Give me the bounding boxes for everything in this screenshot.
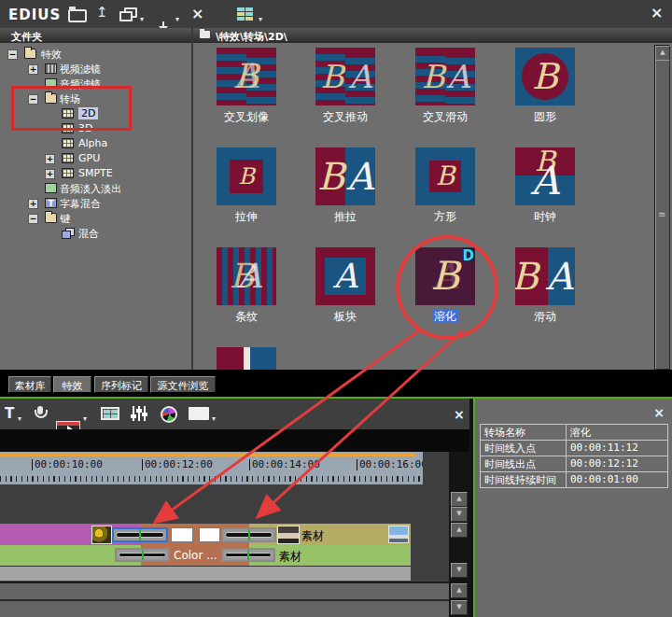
duplicate-icon[interactable] bbox=[119, 7, 136, 21]
expander-icon[interactable]: + bbox=[45, 154, 55, 164]
expander-icon[interactable]: − bbox=[28, 94, 38, 105]
transition-dissolve[interactable] bbox=[221, 527, 276, 542]
tree-label: 转场 bbox=[60, 92, 80, 106]
expander-icon[interactable]: + bbox=[28, 64, 38, 75]
transition-group-icon bbox=[62, 153, 74, 163]
effect-label: 拉伸 bbox=[235, 210, 258, 223]
tree-item-audio-filters[interactable]: 音频滤镜 bbox=[0, 77, 191, 91]
track-scroll-down[interactable]: ▼ bbox=[451, 507, 468, 522]
letter-a: A bbox=[349, 61, 372, 92]
tree-item-keyers[interactable]: − 键 bbox=[0, 211, 191, 225]
title-dropdown-caret[interactable]: ▾ bbox=[18, 415, 21, 423]
clip-thumbnail-city[interactable] bbox=[388, 526, 409, 543]
letter-b: B bbox=[320, 61, 343, 92]
transition-dissolve-selected[interactable] bbox=[112, 527, 168, 542]
track-scroll-up[interactable]: ▲ bbox=[451, 583, 468, 598]
tree-item-video-filters[interactable]: + 视频滤镜 bbox=[0, 62, 191, 76]
effect-thumbnail-partial[interactable] bbox=[217, 347, 276, 370]
panel-dropdown-caret[interactable]: ▾ bbox=[212, 415, 216, 423]
letter-b: B bbox=[317, 158, 344, 195]
scrollbar-thumb[interactable]: ≡ bbox=[655, 60, 670, 370]
tab-sequence-marker[interactable]: 序列标记 bbox=[94, 376, 148, 393]
folder-panel: 文件夹 − 特效 + 视频滤镜 音频滤镜 − 转场 2D 3D bbox=[0, 28, 193, 370]
tree-item-2d[interactable]: 2D bbox=[0, 106, 191, 120]
timeline-ruler[interactable]: 00:00:10:00 00:00:12:00 00:00:14:00 00:0… bbox=[0, 452, 423, 484]
clip-segment-white[interactable] bbox=[199, 527, 220, 542]
letter-b: B bbox=[532, 59, 558, 94]
view-grid-icon[interactable] bbox=[237, 7, 253, 21]
expander-icon[interactable]: + bbox=[45, 169, 55, 179]
effect-label: 条纹 bbox=[235, 310, 258, 323]
title-mixer-icon: T bbox=[45, 198, 57, 208]
clip-label: 素材 bbox=[301, 528, 324, 544]
track-scroll-up[interactable]: ▲ bbox=[451, 492, 468, 507]
tree-item-transitions[interactable]: − 转场 bbox=[0, 91, 191, 105]
title-tool-icon[interactable]: T bbox=[5, 406, 14, 421]
tree-item-smpte[interactable]: + SMPTE bbox=[0, 166, 191, 180]
ruler-ticks bbox=[0, 476, 423, 482]
empty-track-rows bbox=[0, 582, 449, 617]
transition-dissolve[interactable] bbox=[115, 548, 170, 562]
tree-item-alpha[interactable]: Alpha bbox=[0, 136, 191, 150]
track-scroll-down[interactable]: ▼ bbox=[451, 600, 468, 615]
panel-layout-icon[interactable] bbox=[189, 407, 209, 420]
transition-group-icon bbox=[62, 108, 74, 119]
voiceover-mic-icon[interactable] bbox=[34, 406, 47, 421]
tab-bin[interactable]: 素材库 bbox=[8, 376, 51, 393]
transition-dissolve[interactable] bbox=[221, 548, 275, 562]
app-title: EDIUS bbox=[8, 7, 61, 23]
transition-info-panel: × 转场名称 溶化 时间线入点 00:00:11:12 时间线出点 00:00:… bbox=[473, 399, 672, 617]
info-close-button[interactable]: × bbox=[653, 406, 665, 419]
window-close-button[interactable]: × bbox=[651, 7, 663, 20]
tree-item-gpu[interactable]: + GPU bbox=[0, 151, 191, 165]
tab-effect[interactable]: 特效 bbox=[53, 376, 91, 393]
view-dropdown-caret[interactable]: ▾ bbox=[259, 16, 262, 23]
info-value: 00:00:11:12 bbox=[567, 441, 668, 456]
delete-icon[interactable]: × bbox=[191, 7, 203, 21]
expander-icon[interactable]: − bbox=[28, 214, 38, 224]
letter-b: B bbox=[422, 61, 445, 92]
scope-icon[interactable] bbox=[161, 406, 177, 423]
scroll-up-button[interactable]: ▲ bbox=[655, 46, 670, 61]
clip-thumbnail-flowers[interactable] bbox=[91, 526, 112, 544]
import-dropdown-caret[interactable]: ▾ bbox=[175, 16, 179, 23]
video-filter-icon bbox=[45, 63, 57, 74]
tree-label: 视频滤镜 bbox=[60, 63, 101, 77]
timeline-close-button[interactable]: × bbox=[454, 408, 465, 421]
render-dropdown-caret[interactable]: ▾ bbox=[83, 415, 87, 423]
mixer-icon[interactable] bbox=[131, 406, 147, 421]
tree-item-blend[interactable]: 混合 bbox=[0, 226, 191, 240]
effect-thumbnail: B bbox=[515, 48, 575, 105]
expander-icon[interactable]: − bbox=[7, 49, 18, 60]
clip-segment-white[interactable] bbox=[171, 527, 193, 542]
palette-scrollbar[interactable]: ▲ ≡ ▼ bbox=[654, 45, 669, 370]
tree-label: 字幕混合 bbox=[60, 197, 101, 211]
grid-icon[interactable] bbox=[101, 407, 119, 420]
effect-palette-panel: \特效\转场\2D\ A B 交叉划像 B A 交叉推动 B A bbox=[193, 28, 672, 370]
expander-icon[interactable]: + bbox=[28, 199, 38, 209]
audio-filter-icon bbox=[45, 78, 57, 89]
tab-label: 特效 bbox=[63, 380, 83, 392]
new-folder-icon[interactable] bbox=[68, 7, 87, 21]
info-row: 时间线入点 00:00:11:12 bbox=[481, 441, 668, 456]
tree-item-3d[interactable]: 3D bbox=[0, 121, 191, 135]
letter-b: B bbox=[234, 60, 259, 93]
tab-source-browser[interactable]: 源文件浏览 bbox=[150, 376, 216, 393]
clip-thumbnail-landscape[interactable] bbox=[277, 526, 300, 544]
tree-item-audio-fade[interactable]: 音频淡入淡出 bbox=[0, 181, 191, 195]
duplicate-dropdown-caret[interactable]: ▾ bbox=[140, 16, 144, 23]
effect-thumbnail: A B bbox=[415, 147, 475, 205]
track-scroll-up[interactable]: ▲ bbox=[451, 523, 468, 538]
transition-group-icon bbox=[62, 138, 74, 148]
info-value: 00:00:01:00 bbox=[567, 472, 668, 487]
tree-item-effects[interactable]: − 特效 bbox=[0, 47, 191, 61]
tab-label: 序列标记 bbox=[101, 380, 142, 392]
track-scroll-down[interactable]: ▼ bbox=[451, 563, 468, 578]
tree-label: 键 bbox=[60, 212, 70, 226]
timeline-toolbar: T ▾ ▾ ▾ × bbox=[0, 399, 469, 429]
effect-thumbnail: A B D bbox=[415, 247, 475, 305]
letter-a: A bbox=[447, 61, 470, 92]
tree-item-title-mixer[interactable]: + T 字幕混合 bbox=[0, 196, 191, 210]
effect-thumbnail: B A bbox=[315, 147, 375, 205]
move-up-icon[interactable]: ↥ bbox=[96, 6, 108, 20]
